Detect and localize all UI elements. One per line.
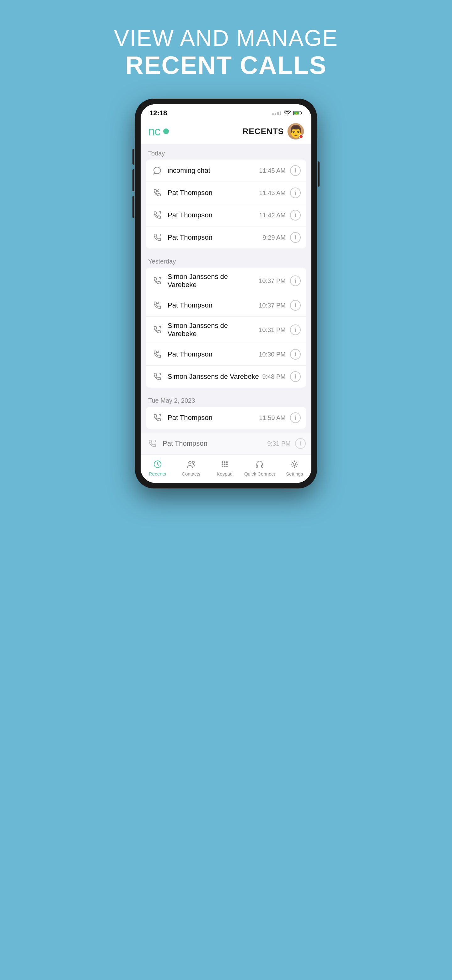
svg-point-10 bbox=[226, 464, 227, 465]
svg-point-13 bbox=[226, 466, 227, 467]
hero-section: VIEW AND MANAGE RECENT CALLS bbox=[114, 25, 338, 80]
call-type-icon-outgoing bbox=[151, 275, 163, 287]
call-info-button[interactable]: i bbox=[290, 165, 301, 176]
call-name: Simon Janssens de Varebeke bbox=[168, 372, 259, 380]
call-item[interactable]: Pat Thompson9:29 AMi bbox=[146, 226, 306, 248]
call-time: 10:37 PM bbox=[259, 277, 285, 285]
call-type-icon-incoming bbox=[151, 187, 163, 199]
call-name: Pat Thompson bbox=[168, 414, 213, 422]
call-info: Pat Thompson bbox=[168, 414, 259, 422]
call-info: incoming chat bbox=[168, 167, 259, 175]
call-type-icon-incoming bbox=[151, 299, 163, 311]
svg-point-9 bbox=[224, 464, 225, 465]
nav-item-keypad[interactable]: Keypad bbox=[211, 458, 239, 476]
call-name: Pat Thompson bbox=[168, 350, 213, 358]
signal-icon bbox=[272, 111, 281, 115]
call-name: Pat Thompson bbox=[163, 439, 208, 447]
call-list-1: Simon Janssens de Varebeke10:37 PMi Pat … bbox=[146, 267, 306, 388]
page-title: RECENTS bbox=[243, 127, 284, 136]
call-info: Simon Janssens de Varebeke bbox=[168, 372, 262, 381]
svg-point-16 bbox=[293, 463, 296, 466]
section-header-2: Tue May 2, 2023 bbox=[141, 391, 311, 407]
call-time: 9:31 PM bbox=[267, 440, 291, 447]
call-name: Pat Thompson bbox=[168, 233, 213, 241]
section-header-1: Yesterday bbox=[141, 252, 311, 267]
nav-headset-icon bbox=[254, 458, 265, 470]
app-logo: nc bbox=[148, 125, 160, 137]
nav-item-quick-connect[interactable]: Quick Connect bbox=[244, 458, 275, 476]
call-info: Simon Janssens de Varebeke bbox=[168, 273, 259, 289]
svg-point-4 bbox=[192, 461, 194, 464]
call-time: 9:48 PM bbox=[262, 373, 285, 380]
logo-area: nc bbox=[148, 125, 169, 137]
call-type-icon-outgoing bbox=[151, 371, 163, 383]
nav-label: Keypad bbox=[217, 471, 233, 476]
side-button-1 bbox=[132, 149, 134, 165]
svg-point-11 bbox=[222, 466, 223, 467]
wifi-icon bbox=[284, 111, 291, 116]
call-item[interactable]: incoming chat11:45 AMi bbox=[146, 159, 306, 182]
call-item[interactable]: Pat Thompson11:59 AMi bbox=[146, 407, 306, 429]
call-type-icon-outgoing bbox=[151, 231, 163, 243]
nav-label: Contacts bbox=[182, 471, 200, 476]
call-info: Pat Thompson bbox=[168, 189, 259, 197]
call-item[interactable]: Pat Thompson10:30 PMi bbox=[146, 343, 306, 366]
status-icons bbox=[272, 111, 303, 116]
header-right: RECENTS bbox=[243, 123, 304, 140]
nav-item-recents[interactable]: Recents bbox=[143, 458, 172, 476]
call-time: 11:43 AM bbox=[259, 189, 285, 197]
call-item[interactable]: Simon Janssens de Varebeke10:37 PMi bbox=[146, 267, 306, 294]
nav-label: Quick Connect bbox=[244, 471, 275, 476]
user-avatar-wrapper[interactable] bbox=[287, 123, 304, 140]
call-info-button[interactable]: i bbox=[290, 210, 301, 221]
call-type-icon-chat bbox=[151, 165, 163, 177]
call-info-button[interactable]: i bbox=[290, 349, 301, 360]
nav-label: Settings bbox=[286, 471, 303, 476]
call-item[interactable]: Pat Thompson11:43 AMi bbox=[146, 182, 306, 204]
call-type-icon-incoming bbox=[151, 348, 163, 360]
call-info: Pat Thompson bbox=[163, 439, 267, 448]
svg-point-6 bbox=[224, 462, 225, 463]
svg-point-12 bbox=[224, 466, 225, 467]
call-info-button[interactable]: i bbox=[290, 188, 301, 198]
call-time: 11:45 AM bbox=[259, 167, 285, 174]
call-item[interactable]: Simon Janssens de Varebeke9:48 PMi bbox=[146, 366, 306, 388]
call-list-0: incoming chat11:45 AMi Pat Thompson11:43… bbox=[146, 159, 306, 248]
recents-list: Today incoming chat11:45 AMi Pat Thompso… bbox=[141, 144, 311, 455]
call-time: 11:42 AM bbox=[259, 212, 285, 219]
call-info-button[interactable]: i bbox=[290, 325, 301, 335]
hero-line1: VIEW AND MANAGE bbox=[114, 25, 338, 51]
side-button-2 bbox=[132, 169, 134, 191]
phone-icon bbox=[146, 438, 158, 449]
nav-grid-icon bbox=[219, 458, 230, 470]
call-info-button[interactable]: i bbox=[290, 300, 301, 311]
side-button-3 bbox=[132, 196, 134, 218]
call-time: 11:59 AM bbox=[259, 414, 285, 422]
call-type-icon-outgoing bbox=[151, 324, 163, 336]
call-name: Pat Thompson bbox=[168, 301, 213, 309]
call-item-partial: Pat Thompson 9:31 PM i bbox=[141, 433, 311, 455]
nav-people-icon bbox=[186, 458, 197, 470]
call-name: Pat Thompson bbox=[168, 189, 213, 197]
call-info-button[interactable]: i bbox=[290, 275, 301, 286]
call-info: Pat Thompson bbox=[168, 350, 259, 358]
call-info-button[interactable]: i bbox=[290, 412, 301, 423]
call-time: 10:31 PM bbox=[259, 326, 285, 334]
nav-item-contacts[interactable]: Contacts bbox=[177, 458, 205, 476]
call-item[interactable]: Pat Thompson10:37 PMi bbox=[146, 294, 306, 317]
status-time: 12:18 bbox=[149, 109, 167, 117]
svg-point-5 bbox=[222, 462, 223, 463]
call-item[interactable]: Simon Janssens de Varebeke10:31 PMi bbox=[146, 317, 306, 343]
call-info-button[interactable]: i bbox=[290, 232, 301, 243]
call-info: Pat Thompson bbox=[168, 301, 259, 309]
battery-icon bbox=[293, 111, 303, 116]
call-info: Pat Thompson bbox=[168, 211, 259, 219]
call-info-button[interactable]: i bbox=[290, 371, 301, 382]
nav-gear-icon bbox=[289, 458, 300, 470]
call-name: Pat Thompson bbox=[168, 211, 213, 219]
nav-label: Recents bbox=[149, 471, 166, 476]
call-name: Simon Janssens de Varebeke bbox=[168, 273, 228, 289]
bottom-navigation: Recents Contacts Keypad Quick Connect bbox=[141, 455, 311, 483]
nav-item-settings[interactable]: Settings bbox=[280, 458, 309, 476]
call-item[interactable]: Pat Thompson11:42 AMi bbox=[146, 204, 306, 226]
